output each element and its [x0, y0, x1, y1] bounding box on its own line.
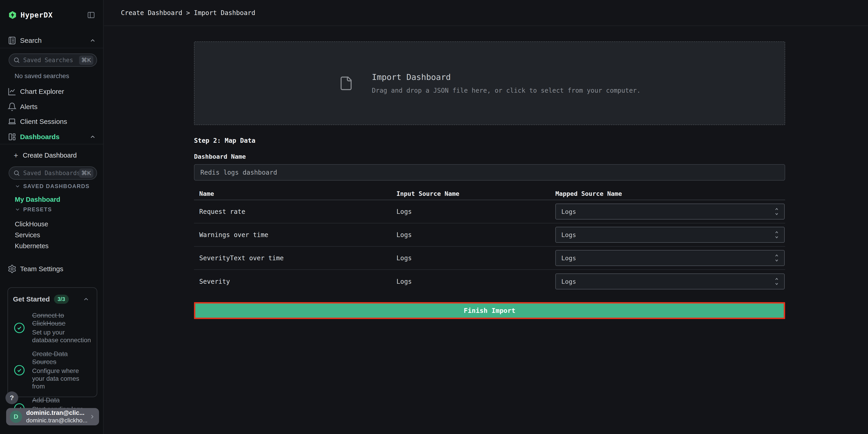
sidebar-link-clickhouse[interactable]: ClickHouse [15, 220, 48, 228]
plus-icon: + [14, 151, 18, 160]
row-name: Request rate [199, 208, 396, 215]
dashboards-icon [7, 132, 17, 142]
shortcut-badge: ⌘K [79, 168, 93, 178]
finish-import-button[interactable]: Finish Import [194, 302, 785, 319]
breadcrumb: Create Dashboard > Import Dashboard [121, 9, 255, 17]
table-row: Severity Logs Logs [194, 270, 785, 293]
saved-dashboards-input[interactable] [23, 169, 79, 177]
search-icon [13, 169, 20, 177]
sidebar-item-label: Chart Explorer [20, 88, 64, 95]
finish-import-label: Finish Import [464, 307, 516, 314]
dropzone-title: Import Dashboard [372, 72, 641, 82]
dashboard-name-input[interactable] [194, 164, 785, 181]
sidebar-item-label: Alerts [20, 103, 38, 111]
sidebar-item-label: Dashboards [20, 133, 59, 141]
gear-icon [7, 265, 17, 274]
chevron-down-icon [14, 207, 21, 212]
column-header-name: Name [199, 190, 396, 197]
dropzone-subtitle: Drag and drop a JSON file here, or click… [372, 87, 641, 94]
select-value: Logs [561, 231, 576, 239]
user-name: dominic.tran@clic... [26, 409, 89, 416]
sidebar-item-client-sessions[interactable]: Client Sessions [0, 116, 103, 127]
sidebar-link-services[interactable]: Services [15, 231, 40, 239]
row-input-source: Logs [396, 208, 555, 215]
get-started-item-title: Add Data [32, 396, 92, 404]
select-value: Logs [561, 208, 576, 215]
avatar: D [10, 410, 22, 423]
sidebar-divider [0, 144, 103, 144]
mapped-source-select[interactable]: Logs [555, 204, 785, 219]
shortcut-badge: ⌘K [79, 56, 93, 65]
table-header-row: Name Input Source Name Mapped Source Nam… [194, 187, 785, 200]
select-arrows-icon [773, 207, 780, 217]
table-row: Warnings over time Logs Logs [194, 223, 785, 247]
select-arrows-icon [773, 230, 780, 240]
row-input-source: Logs [396, 278, 555, 285]
sidebar-item-team-settings[interactable]: Team Settings [0, 263, 103, 275]
help-button[interactable]: ? [5, 392, 18, 404]
section-label: SAVED DASHBOARDS [23, 183, 90, 189]
chevron-up-icon[interactable] [83, 296, 90, 303]
chevron-right-icon [89, 413, 95, 420]
mapped-source-select[interactable]: Logs [555, 227, 785, 243]
sidebar-item-search[interactable]: Search [0, 35, 103, 46]
check-circle-icon [13, 321, 26, 334]
sidebar: HyperDX Search ⌘K No saved searches Char… [0, 0, 103, 434]
saved-searches-input[interactable] [23, 57, 79, 64]
dashboard-name-label: Dashboard Name [194, 153, 785, 160]
select-value: Logs [561, 278, 576, 285]
sidebar-link-kubernetes[interactable]: Kubernetes [15, 242, 49, 250]
column-header-mapped-source: Mapped Source Name [555, 190, 785, 197]
select-value: Logs [561, 255, 576, 261]
file-icon [339, 73, 353, 94]
mapped-source-select[interactable]: Logs [555, 250, 785, 266]
row-name: SeverityText over time [199, 254, 396, 262]
get-started-item[interactable]: Create Data Sources Configure where your… [13, 350, 92, 390]
mapping-table: Name Input Source Name Mapped Source Nam… [194, 187, 785, 293]
get-started-item[interactable]: Connect to ClickHouse Set up your databa… [13, 311, 92, 344]
get-started-item-title: Connect to ClickHouse [32, 311, 92, 328]
sidebar-collapse-icon[interactable] [87, 11, 95, 19]
user-email: dominic.tran@clickho... [26, 417, 89, 424]
get-started-item-title: Create Data Sources [32, 350, 92, 366]
saved-dashboards-search[interactable]: ⌘K [9, 166, 97, 180]
sidebar-item-label: Team Settings [20, 265, 63, 273]
progress-badge: 3/3 [54, 294, 69, 304]
chevron-up-icon[interactable] [89, 37, 96, 44]
main-area: Create Dashboard > Import Dashboard Impo… [104, 0, 868, 434]
step-heading: Step 2: Map Data [194, 137, 785, 144]
row-name: Severity [199, 278, 396, 285]
logo[interactable]: HyperDX [8, 9, 97, 21]
get-started-card: Get Started 3/3 Connect to ClickHouse Se… [7, 287, 97, 397]
row-input-source: Logs [396, 231, 555, 239]
select-arrows-icon [773, 276, 780, 286]
sidebar-item-label: Client Sessions [20, 118, 67, 125]
user-menu[interactable]: D dominic.tran@clic... dominic.tran@clic… [6, 408, 99, 425]
section-label: PRESETS [23, 206, 52, 213]
sidebar-divider [0, 48, 103, 48]
get-started-item-desc: Configure where your data comes from [32, 367, 92, 390]
check-circle-icon [13, 364, 26, 377]
table-row: Request rate Logs Logs [194, 200, 785, 223]
get-started-title: Get Started [13, 295, 50, 303]
sidebar-link-my-dashboard[interactable]: My Dashboard [15, 196, 60, 203]
mapped-source-select[interactable]: Logs [555, 274, 785, 289]
row-input-source: Logs [396, 254, 555, 262]
laptop-icon [7, 117, 17, 126]
create-dashboard-button[interactable]: + Create Dashboard [0, 149, 103, 161]
get-started-header[interactable]: Get Started 3/3 [13, 293, 92, 306]
logo-text: HyperDX [21, 11, 53, 19]
sidebar-item-dashboards[interactable]: Dashboards [0, 131, 103, 143]
chevron-up-icon[interactable] [89, 133, 96, 140]
chevron-down-icon [14, 183, 21, 189]
saved-searches-search[interactable]: ⌘K [9, 54, 97, 67]
sidebar-item-alerts[interactable]: Alerts [0, 101, 103, 113]
import-dropzone[interactable]: Import Dashboard Drag and drop a JSON fi… [194, 41, 785, 125]
search-section-icon [7, 36, 17, 45]
get-started-item-desc: Set up your database connection [32, 329, 92, 344]
row-name: Warnings over time [199, 231, 396, 239]
sidebar-item-label: Search [20, 37, 42, 44]
no-saved-searches-note: No saved searches [14, 72, 69, 80]
chart-explorer-icon [7, 87, 17, 96]
sidebar-item-chart-explorer[interactable]: Chart Explorer [0, 86, 103, 97]
